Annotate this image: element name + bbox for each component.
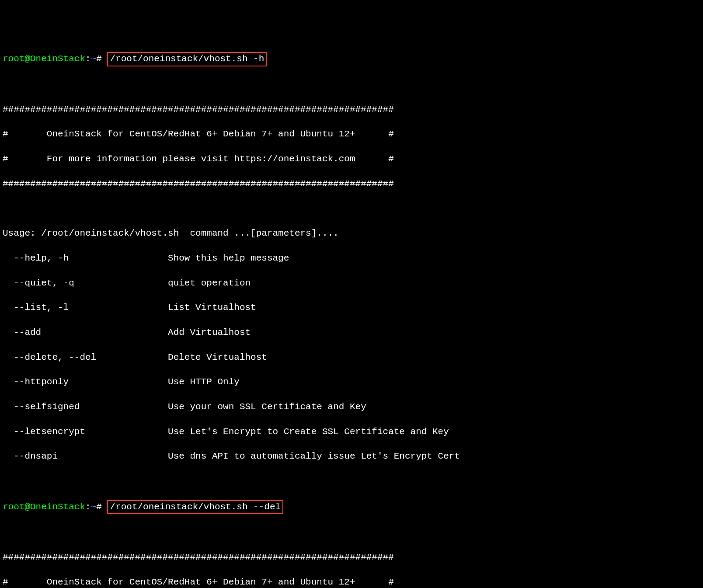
- prompt-sep: :: [85, 54, 91, 64]
- usage-row: --dnsapi Use dns API to automatically is…: [3, 450, 700, 463]
- prompt-line-2: root@OneinStack:~# /root/oneinstack/vhos…: [3, 500, 700, 514]
- prompt-hash: #: [96, 54, 102, 64]
- prompt-path: ~: [91, 54, 97, 64]
- banner-hashline-3: ########################################…: [3, 551, 700, 564]
- usage-header: Usage: /root/oneinstack/vhost.sh command…: [3, 227, 700, 240]
- blank-line: [3, 475, 700, 487]
- prompt-path: ~: [91, 502, 97, 512]
- usage-row: --selfsigned Use your own SSL Certificat…: [3, 401, 700, 413]
- prompt-user: root@OneinStack: [3, 54, 85, 64]
- banner-line-1: # OneinStack for CentOS/RedHat 6+ Debian…: [3, 128, 700, 140]
- usage-row: --help, -h Show this help message: [3, 252, 700, 264]
- blank-line: [3, 526, 700, 539]
- blank-line: [3, 79, 700, 91]
- banner-hashline-2: ########################################…: [3, 178, 700, 190]
- banner-hashline-1: ########################################…: [3, 104, 700, 116]
- usage-row: --quiet, -q quiet operation: [3, 277, 700, 289]
- command-1-box: /root/oneinstack/vhost.sh -h: [107, 52, 267, 66]
- usage-row: --letsencrypt Use Let's Encrypt to Creat…: [3, 426, 700, 438]
- prompt-sep: :: [85, 502, 91, 512]
- prompt-user: root@OneinStack: [3, 502, 85, 512]
- command-2[interactable]: /root/oneinstack/vhost.sh --del: [110, 502, 281, 512]
- command-2-box: /root/oneinstack/vhost.sh --del: [107, 500, 283, 514]
- banner-line-3: # OneinStack for CentOS/RedHat 6+ Debian…: [3, 576, 700, 588]
- command-1[interactable]: /root/oneinstack/vhost.sh -h: [110, 54, 264, 64]
- blank-line: [3, 203, 700, 215]
- prompt-hash: #: [96, 502, 102, 512]
- usage-row: --add Add Virtualhost: [3, 327, 700, 339]
- banner-line-2: # For more information please visit http…: [3, 153, 700, 165]
- usage-row: --list, -l List Virtualhost: [3, 302, 700, 314]
- usage-row: --httponly Use HTTP Only: [3, 376, 700, 388]
- usage-row: --delete, --del Delete Virtualhost: [3, 351, 700, 364]
- prompt-line-1: root@OneinStack:~# /root/oneinstack/vhos…: [3, 52, 700, 66]
